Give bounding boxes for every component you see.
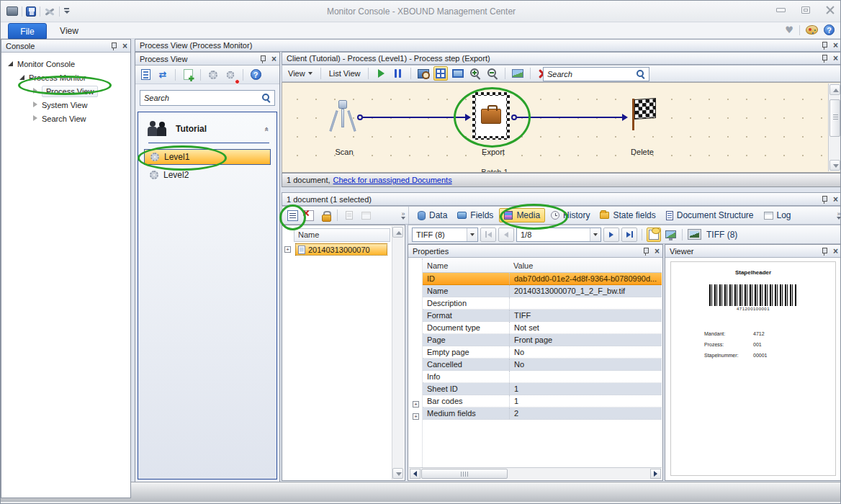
tab-fields[interactable]: Fields [453,209,498,222]
chevron-down-icon[interactable] [467,228,477,241]
property-row-cancelled[interactable]: CancelledNo [423,359,662,371]
list-view-button[interactable]: List View [326,69,364,78]
chevron-collapsed-icon[interactable] [32,115,38,122]
tab-log[interactable]: Log [760,209,796,222]
help-icon[interactable]: ? [824,24,835,35]
tab-data[interactable]: Data [413,209,451,222]
new-document-button[interactable] [181,68,195,82]
chevron-down-icon[interactable] [590,228,601,241]
property-row-format[interactable]: FormatTIFF [423,310,662,322]
pin-icon[interactable] [259,55,266,63]
property-row-description[interactable]: Description [423,297,662,310]
tree-item-system-view[interactable]: System View [1,98,130,112]
tab-history[interactable]: History [547,209,594,222]
name-column-header[interactable]: Name [294,228,390,242]
scroll-up-icon[interactable] [392,227,403,238]
chevron-expanded-icon[interactable] [19,74,25,81]
scan-node-icon[interactable] [328,100,357,133]
close-icon[interactable]: × [833,41,838,50]
process-search-box[interactable] [140,90,275,106]
property-row-document-type[interactable]: Document typeNot set [423,322,662,334]
tree-item-process-monitor[interactable]: Process Monitor [1,71,130,84]
tree-item-monitor-console[interactable]: Monitor Console [1,57,130,71]
image-button[interactable] [511,66,525,81]
client-group-header[interactable]: Tutorial ♥ « [138,112,276,143]
close-icon[interactable]: × [833,54,838,63]
row-expander-icon[interactable]: + [413,401,419,408]
next-page-button[interactable] [603,228,619,242]
row-expander-icon[interactable]: + [413,413,419,420]
grid-view-button[interactable] [433,66,448,81]
property-row-name[interactable]: Name20140313000070_1_2_F_bw.tif [423,285,662,297]
chevron-collapsed-icon[interactable] [32,88,38,94]
delete-node-icon[interactable] [634,98,656,120]
refresh-button[interactable]: ⇄ [156,68,170,82]
properties-hscrollbar[interactable] [409,467,662,480]
scroll-down-icon[interactable] [829,160,840,171]
process-search-input[interactable] [144,94,262,102]
last-page-button[interactable] [621,228,637,242]
client-view-button[interactable] [138,68,153,82]
scroll-thumb[interactable] [421,469,508,479]
pin-icon[interactable] [821,247,827,256]
diagram-scrollbar[interactable] [828,84,840,171]
properties-toggle-button[interactable] [647,228,661,242]
process-item-level1[interactable]: Level1 [144,149,271,165]
zoom-out-button[interactable] [485,66,500,81]
close-icon[interactable]: × [833,195,838,204]
diagram-search-box[interactable] [543,67,649,81]
tree-item-search-view[interactable]: Search View [1,112,130,125]
export-node-icon[interactable] [472,92,510,140]
start-button[interactable] [374,66,388,81]
property-row-medium-fields[interactable]: Medium fields2 [423,408,662,420]
tab-document-structure[interactable]: Document Structure [662,209,758,222]
chevron-expanded-icon[interactable] [7,60,14,67]
tab-file[interactable]: File [8,23,47,39]
scroll-down-icon[interactable] [392,468,403,479]
close-button[interactable] [826,6,835,14]
property-row-sheet-id[interactable]: Sheet ID1 [423,383,662,395]
error-settings-button[interactable] [223,68,238,82]
diagram-search-input[interactable] [547,70,637,78]
close-icon[interactable]: × [271,55,276,63]
property-row-empty-page[interactable]: Empty pageNo [423,346,662,359]
process-settings-button[interactable] [206,68,220,82]
scroll-left-icon[interactable] [410,469,420,479]
list-scrollbar[interactable] [392,226,404,480]
tree-item-process-view[interactable]: Process View [1,84,130,98]
format-combo[interactable]: TIFF (8) [412,228,478,242]
maximize-button[interactable] [801,6,810,14]
page-combo[interactable]: 1/8 [516,228,601,242]
tab-view[interactable]: View [51,23,87,39]
pin-icon[interactable] [821,54,827,63]
theme-palette-icon[interactable] [806,25,818,35]
property-row-info[interactable]: Info [423,371,662,383]
chevron-collapsed-icon[interactable] [32,102,38,108]
document-row[interactable]: 20140313000070 [295,243,387,256]
media-format-button[interactable] [687,228,701,242]
pin-icon[interactable] [110,42,117,50]
fit-view-button[interactable] [451,66,465,81]
tab-media[interactable]: Media [499,208,545,222]
pause-button[interactable] [391,66,405,81]
pin-icon[interactable] [642,247,649,256]
property-row-page[interactable]: PageFront page [423,334,662,346]
delete-document-button[interactable] [302,208,316,222]
close-icon[interactable]: × [833,247,838,256]
tabs-overflow-icon[interactable]: » [837,212,841,220]
help-button[interactable]: ? [248,68,263,82]
row-expander-icon[interactable]: + [284,246,291,253]
scroll-up-icon[interactable] [829,84,840,95]
pin-icon[interactable] [821,41,827,50]
list-menu-button[interactable] [285,208,300,222]
toolbar-overflow-icon[interactable]: » [401,212,405,220]
scroll-thumb[interactable] [829,99,840,137]
view-dropdown[interactable]: View [285,69,315,78]
lock-button[interactable] [318,208,333,222]
property-row-bar-codes[interactable]: Bar codes1 [423,395,662,408]
property-row-id[interactable]: IDdab70dd0-01e2-4d8f-9364-b0780990d... [423,273,662,285]
process-item-level2[interactable]: Level2 [144,167,271,183]
pin-icon[interactable] [821,195,827,204]
tab-state-fields[interactable]: State fields [595,209,660,222]
preview-button[interactable] [416,66,431,81]
